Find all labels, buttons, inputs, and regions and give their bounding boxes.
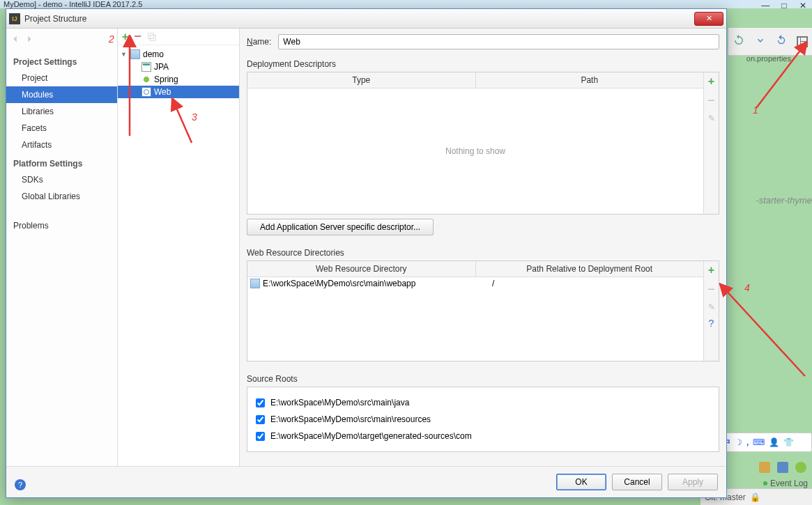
dd-remove-button: − — [707, 93, 715, 108]
caret-icon[interactable]: ▼ — [121, 51, 128, 58]
wrd-edit-button: ✎ — [708, 302, 715, 312]
dd-empty-message: Nothing to show — [247, 88, 703, 214]
wrd-row[interactable]: E:\workSpace\MyDemo\src\main\webapp / — [247, 277, 703, 290]
folder-icon — [250, 279, 260, 288]
sidebar-item-global-libraries[interactable]: Global Libraries — [6, 188, 117, 205]
event-log[interactable]: Event Log — [763, 479, 808, 488]
module-tree-panel: + − ▼ demo JPA Spring — [118, 29, 240, 466]
tree-node-spring[interactable]: Spring — [118, 73, 239, 86]
add-app-server-descriptor-button[interactable]: Add Application Server specific descript… — [247, 219, 434, 235]
wrd-help-button[interactable]: ? — [709, 318, 714, 329]
code-fragment: -starter-thyme — [756, 195, 812, 205]
ok-button[interactable]: OK — [556, 474, 606, 490]
tree-label: JPA — [154, 62, 169, 72]
sidebar-item-sdks[interactable]: SDKs — [6, 171, 117, 188]
ime-punct[interactable]: , — [746, 437, 749, 447]
source-root-row[interactable]: E:\workSpace\MyDemo\src\main\resources — [256, 411, 710, 428]
keyboard-icon[interactable]: ⌨ — [753, 437, 765, 447]
source-root-path: E:\workSpace\MyDemo\src\main\java — [270, 398, 409, 407]
copy-module-button[interactable] — [147, 32, 157, 42]
sidebar-item-project[interactable]: Project — [6, 70, 117, 86]
ide-bottom-icons — [759, 462, 806, 473]
tree-node-demo[interactable]: ▼ demo — [118, 48, 239, 61]
tree-label: demo — [143, 49, 164, 59]
forward-icon[interactable] — [24, 34, 34, 46]
maven-icon[interactable] — [777, 462, 788, 473]
tree-node-web[interactable]: Web — [118, 86, 239, 98]
source-root-path: E:\workSpace\MyDemo\target\generated-sou… — [270, 431, 472, 441]
dd-add-button[interactable]: + — [708, 75, 714, 88]
db-icon[interactable] — [759, 462, 770, 473]
back-icon[interactable] — [10, 34, 20, 46]
spring-icon — [141, 75, 151, 84]
remove-module-button[interactable]: − — [134, 29, 141, 44]
maximize-icon[interactable]: □ — [775, 0, 794, 13]
dialog-help-button[interactable]: ? — [15, 479, 26, 490]
project-structure-dialog: IJ Project Structure ✕ Project Settings … — [6, 8, 727, 498]
source-roots-title: Source Roots — [247, 374, 719, 384]
web-icon — [141, 87, 151, 97]
wrd-path: / — [492, 279, 700, 288]
module-tree[interactable]: ▼ demo JPA Spring Web — [118, 45, 239, 101]
moon-icon[interactable]: ☽ — [735, 437, 742, 447]
dd-col-path[interactable]: Path — [476, 72, 704, 88]
sidebar-item-problems[interactable]: Problems — [6, 217, 117, 234]
sidebar-item-facets[interactable]: Facets — [6, 120, 117, 137]
project-settings-header: Project Settings — [6, 52, 117, 70]
dialog-close-button[interactable]: ✕ — [694, 12, 723, 26]
source-root-row[interactable]: E:\workSpace\MyDemo\target\generated-sou… — [256, 428, 710, 444]
wrd-col-path[interactable]: Path Relative to Deployment Root — [476, 261, 704, 277]
download-icon[interactable] — [754, 34, 767, 49]
deployment-descriptors-title: Deployment Descriptors — [247, 59, 719, 69]
source-root-row[interactable]: E:\workSpace\MyDemo\src\main\java — [256, 394, 710, 411]
undo-icon[interactable] — [775, 34, 788, 49]
cancel-button[interactable]: Cancel — [612, 474, 662, 490]
sync-icon[interactable] — [733, 34, 745, 49]
web-resource-dirs-panel: Web Resource Directory Path Relative to … — [247, 261, 719, 362]
sidebar-item-libraries[interactable]: Libraries — [6, 103, 117, 120]
spring-tool-icon[interactable] — [795, 462, 806, 473]
dialog-titlebar: IJ Project Structure ✕ — [6, 9, 726, 29]
tree-label: Web — [154, 87, 171, 97]
ide-titlebar: MyDemo] - demo - IntelliJ IDEA 2017.2.5 — [0, 0, 812, 8]
lock-icon[interactable]: 🔒 — [750, 492, 760, 502]
settings-sidebar: Project Settings Project Modules Librari… — [6, 29, 118, 466]
minimize-icon[interactable]: — — [756, 0, 775, 13]
web-resource-dirs-title: Web Resource Directories — [247, 248, 719, 258]
name-label: Name: — [247, 37, 271, 47]
facet-editor: Name: Deployment Descriptors Type Path N… — [240, 29, 726, 466]
name-input[interactable] — [278, 34, 719, 49]
person-icon[interactable]: 👤 — [769, 437, 779, 447]
wrd-dir: E:\workSpace\MyDemo\src\main\webapp — [263, 279, 489, 288]
source-root-path: E:\workSpace\MyDemo\src\main\resources — [270, 414, 431, 424]
source-root-checkbox[interactable] — [256, 415, 265, 424]
wrd-col-dir[interactable]: Web Resource Directory — [247, 261, 476, 277]
platform-settings-header: Platform Settings — [6, 153, 117, 171]
close-icon[interactable]: ✕ — [793, 0, 812, 13]
module-tree-toolbar: + − — [118, 29, 239, 45]
jpa-icon — [141, 62, 151, 72]
source-root-checkbox[interactable] — [256, 398, 265, 407]
svg-rect-0 — [148, 33, 154, 38]
shirt-icon[interactable]: 👕 — [783, 437, 794, 447]
svg-rect-1 — [150, 35, 155, 40]
intellij-icon: IJ — [9, 13, 20, 24]
add-module-button[interactable]: + — [122, 31, 128, 43]
dialog-title: Project Structure — [24, 14, 694, 24]
wrd-add-button[interactable]: + — [708, 264, 714, 277]
wrd-remove-button: − — [707, 282, 715, 297]
tree-label: Spring — [154, 75, 178, 84]
window-controls[interactable]: — □ ✕ — [756, 0, 812, 13]
sidebar-item-modules[interactable]: Modules — [6, 86, 117, 103]
deployment-descriptors-panel: Type Path Nothing to show + − ✎ — [247, 72, 719, 215]
sidebar-item-artifacts[interactable]: Artifacts — [6, 137, 117, 153]
source-roots-panel: E:\workSpace\MyDemo\src\main\java E:\wor… — [247, 387, 719, 452]
dialog-button-row: OK Cancel Apply — [6, 466, 726, 497]
dd-col-type[interactable]: Type — [247, 72, 476, 88]
source-root-checkbox[interactable] — [256, 432, 265, 441]
editor-tab-right[interactable]: on.properties — [746, 54, 791, 63]
tree-node-jpa[interactable]: JPA — [118, 61, 239, 73]
dd-edit-button: ✎ — [708, 114, 715, 123]
ide-toolbar-right — [728, 28, 812, 56]
project-structure-icon[interactable] — [797, 36, 808, 47]
